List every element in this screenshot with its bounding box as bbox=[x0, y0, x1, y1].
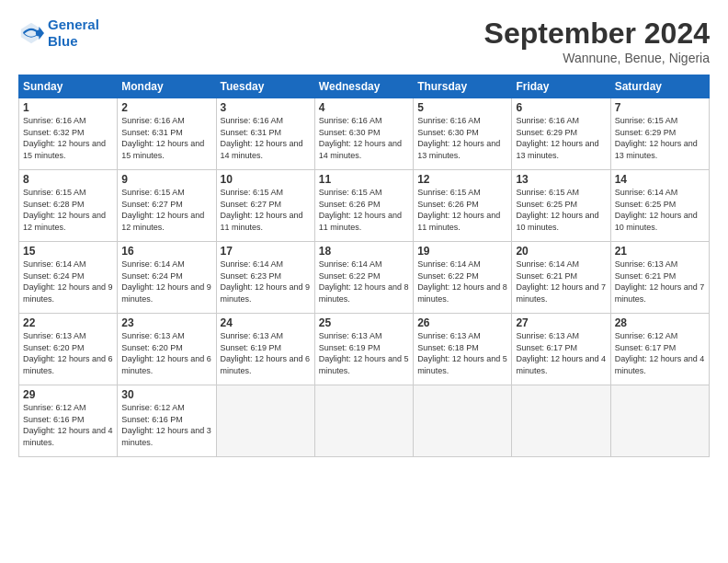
col-tuesday: Tuesday bbox=[216, 75, 314, 98]
table-row: 17 Sunrise: 6:14 AM Sunset: 6:23 PM Dayl… bbox=[216, 242, 314, 314]
day-info: Sunrise: 6:13 AM Sunset: 6:19 PM Dayligh… bbox=[319, 330, 409, 376]
day-number: 7 bbox=[615, 101, 705, 114]
calendar-week-row: 22 Sunrise: 6:13 AM Sunset: 6:20 PM Dayl… bbox=[19, 314, 710, 385]
day-info: Sunrise: 6:13 AM Sunset: 6:18 PM Dayligh… bbox=[417, 330, 507, 376]
table-row: 22 Sunrise: 6:13 AM Sunset: 6:20 PM Dayl… bbox=[19, 314, 118, 385]
day-number: 20 bbox=[516, 245, 606, 258]
table-row: 26 Sunrise: 6:13 AM Sunset: 6:18 PM Dayl… bbox=[414, 314, 512, 385]
table-row: 19 Sunrise: 6:14 AM Sunset: 6:22 PM Dayl… bbox=[414, 242, 512, 314]
day-number: 13 bbox=[516, 173, 606, 186]
day-number: 14 bbox=[615, 173, 705, 186]
calendar-week-row: 29 Sunrise: 6:12 AM Sunset: 6:16 PM Dayl… bbox=[19, 385, 710, 457]
table-row bbox=[512, 385, 610, 457]
table-row: 23 Sunrise: 6:13 AM Sunset: 6:20 PM Dayl… bbox=[118, 314, 216, 385]
day-info: Sunrise: 6:15 AM Sunset: 6:28 PM Dayligh… bbox=[23, 187, 113, 233]
table-row bbox=[216, 385, 314, 457]
day-number: 28 bbox=[615, 316, 705, 329]
day-number: 15 bbox=[23, 245, 113, 258]
table-row: 16 Sunrise: 6:14 AM Sunset: 6:24 PM Dayl… bbox=[118, 242, 216, 314]
day-number: 24 bbox=[221, 316, 311, 329]
table-row: 4 Sunrise: 6:16 AM Sunset: 6:30 PM Dayli… bbox=[314, 98, 413, 170]
day-number: 30 bbox=[121, 388, 211, 401]
day-number: 25 bbox=[319, 316, 409, 329]
table-row: 21 Sunrise: 6:13 AM Sunset: 6:21 PM Dayl… bbox=[610, 242, 709, 314]
day-info: Sunrise: 6:15 AM Sunset: 6:25 PM Dayligh… bbox=[516, 187, 606, 233]
table-row: 2 Sunrise: 6:16 AM Sunset: 6:31 PM Dayli… bbox=[118, 98, 216, 170]
table-row bbox=[610, 385, 709, 457]
table-row: 27 Sunrise: 6:13 AM Sunset: 6:17 PM Dayl… bbox=[512, 314, 610, 385]
day-number: 21 bbox=[615, 245, 705, 258]
table-row: 5 Sunrise: 6:16 AM Sunset: 6:30 PM Dayli… bbox=[414, 98, 512, 170]
day-number: 16 bbox=[121, 245, 211, 258]
day-info: Sunrise: 6:16 AM Sunset: 6:30 PM Dayligh… bbox=[319, 115, 409, 161]
day-number: 23 bbox=[121, 316, 211, 329]
table-row: 13 Sunrise: 6:15 AM Sunset: 6:25 PM Dayl… bbox=[512, 170, 610, 242]
day-info: Sunrise: 6:15 AM Sunset: 6:27 PM Dayligh… bbox=[221, 187, 311, 233]
day-info: Sunrise: 6:13 AM Sunset: 6:20 PM Dayligh… bbox=[23, 330, 113, 376]
day-number: 4 bbox=[319, 101, 409, 114]
location: Wannune, Benue, Nigeria bbox=[484, 51, 710, 65]
table-row: 8 Sunrise: 6:15 AM Sunset: 6:28 PM Dayli… bbox=[19, 170, 118, 242]
table-row: 15 Sunrise: 6:14 AM Sunset: 6:24 PM Dayl… bbox=[19, 242, 118, 314]
day-number: 1 bbox=[23, 101, 113, 114]
header: General Blue September 2024 Wannune, Ben… bbox=[18, 17, 710, 65]
day-number: 9 bbox=[121, 173, 211, 186]
table-row: 18 Sunrise: 6:14 AM Sunset: 6:22 PM Dayl… bbox=[314, 242, 413, 314]
table-row: 25 Sunrise: 6:13 AM Sunset: 6:19 PM Dayl… bbox=[314, 314, 413, 385]
col-monday: Monday bbox=[118, 75, 216, 98]
logo-text: General Blue bbox=[48, 17, 99, 50]
logo-icon bbox=[18, 20, 44, 46]
table-row: 10 Sunrise: 6:15 AM Sunset: 6:27 PM Dayl… bbox=[216, 170, 314, 242]
table-row: 1 Sunrise: 6:16 AM Sunset: 6:32 PM Dayli… bbox=[19, 98, 118, 170]
day-number: 6 bbox=[516, 101, 606, 114]
title-block: September 2024 Wannune, Benue, Nigeria bbox=[484, 17, 710, 65]
col-thursday: Thursday bbox=[414, 75, 512, 98]
day-number: 2 bbox=[121, 101, 211, 114]
table-row: 12 Sunrise: 6:15 AM Sunset: 6:26 PM Dayl… bbox=[414, 170, 512, 242]
calendar-week-row: 1 Sunrise: 6:16 AM Sunset: 6:32 PM Dayli… bbox=[19, 98, 710, 170]
day-info: Sunrise: 6:15 AM Sunset: 6:26 PM Dayligh… bbox=[319, 187, 409, 233]
calendar-week-row: 15 Sunrise: 6:14 AM Sunset: 6:24 PM Dayl… bbox=[19, 242, 710, 314]
table-row: 29 Sunrise: 6:12 AM Sunset: 6:16 PM Dayl… bbox=[19, 385, 118, 457]
day-number: 17 bbox=[221, 245, 311, 258]
day-info: Sunrise: 6:13 AM Sunset: 6:17 PM Dayligh… bbox=[516, 330, 606, 376]
day-number: 12 bbox=[417, 173, 507, 186]
month-title: September 2024 bbox=[484, 17, 710, 51]
table-row: 14 Sunrise: 6:14 AM Sunset: 6:25 PM Dayl… bbox=[610, 170, 709, 242]
day-info: Sunrise: 6:15 AM Sunset: 6:27 PM Dayligh… bbox=[121, 187, 211, 233]
day-info: Sunrise: 6:16 AM Sunset: 6:31 PM Dayligh… bbox=[221, 115, 311, 161]
day-info: Sunrise: 6:16 AM Sunset: 6:32 PM Dayligh… bbox=[23, 115, 113, 161]
day-info: Sunrise: 6:14 AM Sunset: 6:21 PM Dayligh… bbox=[516, 259, 606, 304]
table-row: 20 Sunrise: 6:14 AM Sunset: 6:21 PM Dayl… bbox=[512, 242, 610, 314]
day-number: 3 bbox=[221, 101, 311, 114]
day-number: 5 bbox=[417, 101, 507, 114]
day-number: 27 bbox=[516, 316, 606, 329]
day-number: 10 bbox=[221, 173, 311, 186]
table-row: 7 Sunrise: 6:15 AM Sunset: 6:29 PM Dayli… bbox=[610, 98, 709, 170]
day-info: Sunrise: 6:12 AM Sunset: 6:16 PM Dayligh… bbox=[23, 402, 113, 448]
day-info: Sunrise: 6:13 AM Sunset: 6:21 PM Dayligh… bbox=[615, 259, 705, 304]
table-row bbox=[314, 385, 413, 457]
logo: General Blue bbox=[18, 17, 99, 50]
day-info: Sunrise: 6:14 AM Sunset: 6:22 PM Dayligh… bbox=[417, 259, 507, 304]
day-info: Sunrise: 6:14 AM Sunset: 6:25 PM Dayligh… bbox=[615, 187, 705, 233]
day-info: Sunrise: 6:14 AM Sunset: 6:23 PM Dayligh… bbox=[221, 259, 311, 304]
table-row: 24 Sunrise: 6:13 AM Sunset: 6:19 PM Dayl… bbox=[216, 314, 314, 385]
calendar-table: Sunday Monday Tuesday Wednesday Thursday… bbox=[18, 75, 710, 457]
day-number: 8 bbox=[23, 173, 113, 186]
day-number: 29 bbox=[23, 388, 113, 401]
col-sunday: Sunday bbox=[19, 75, 118, 98]
calendar-header-row: Sunday Monday Tuesday Wednesday Thursday… bbox=[19, 75, 710, 98]
table-row: 9 Sunrise: 6:15 AM Sunset: 6:27 PM Dayli… bbox=[118, 170, 216, 242]
day-number: 22 bbox=[23, 316, 113, 329]
day-info: Sunrise: 6:14 AM Sunset: 6:24 PM Dayligh… bbox=[121, 259, 211, 304]
table-row: 3 Sunrise: 6:16 AM Sunset: 6:31 PM Dayli… bbox=[216, 98, 314, 170]
day-info: Sunrise: 6:15 AM Sunset: 6:29 PM Dayligh… bbox=[615, 115, 705, 161]
day-info: Sunrise: 6:13 AM Sunset: 6:19 PM Dayligh… bbox=[221, 330, 311, 376]
day-number: 26 bbox=[417, 316, 507, 329]
table-row: 30 Sunrise: 6:12 AM Sunset: 6:16 PM Dayl… bbox=[118, 385, 216, 457]
day-number: 19 bbox=[417, 245, 507, 258]
day-info: Sunrise: 6:13 AM Sunset: 6:20 PM Dayligh… bbox=[121, 330, 211, 376]
day-info: Sunrise: 6:16 AM Sunset: 6:30 PM Dayligh… bbox=[417, 115, 507, 161]
page: General Blue September 2024 Wannune, Ben… bbox=[0, 0, 728, 563]
